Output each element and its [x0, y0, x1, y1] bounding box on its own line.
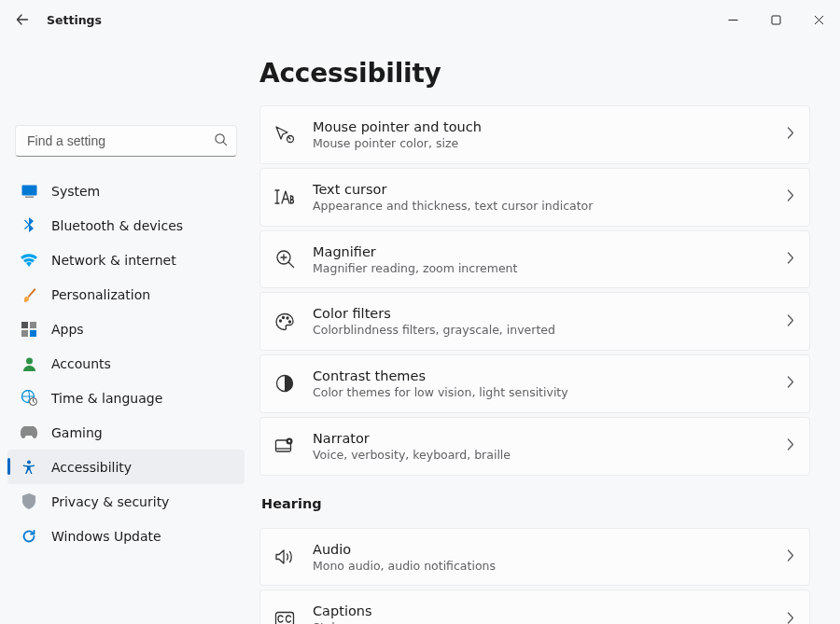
card-sub: Mono audio, audio notifications [313, 559, 787, 574]
nav-label: Accounts [51, 356, 111, 371]
hearing-group: Audio Mono audio, audio notifications Ca… [259, 528, 810, 625]
nav-accessibility[interactable]: Accessibility [7, 450, 245, 484]
maximize-icon [771, 15, 781, 25]
card-sub: Colorblindness filters, grayscale, inver… [313, 323, 787, 338]
minimize-icon [728, 15, 738, 25]
bluetooth-icon [21, 217, 37, 234]
card-title: Text cursor [313, 181, 787, 198]
svg-point-17 [289, 321, 291, 323]
titlebar: Settings [0, 0, 840, 39]
update-icon [21, 528, 37, 545]
close-icon [814, 15, 824, 25]
contrast-icon [273, 372, 296, 395]
svg-rect-3 [25, 196, 34, 198]
shield-icon [21, 493, 37, 510]
nav-list: System Bluetooth & devices Network & int… [7, 173, 245, 553]
person-icon [21, 355, 37, 372]
nav-label: Time & language [51, 391, 162, 406]
accessibility-icon [21, 459, 37, 476]
nav-label: Network & internet [51, 253, 176, 268]
svg-point-8 [26, 357, 33, 364]
nav-apps[interactable]: Apps [7, 312, 245, 346]
card-text: Narrator Voice, verbosity, keyboard, bra… [313, 430, 787, 463]
card-magnifier[interactable]: Magnifier Magnifier reading, zoom increm… [259, 230, 810, 289]
nav-system[interactable]: System [7, 173, 245, 208]
text-cursor-icon [273, 186, 296, 208]
search-input[interactable] [15, 125, 237, 157]
svg-rect-2 [21, 185, 36, 195]
maximize-button[interactable] [754, 5, 797, 35]
svg-point-1 [216, 134, 224, 143]
nav-update[interactable]: Windows Update [7, 519, 245, 553]
nav-accounts[interactable]: Accounts [7, 346, 245, 381]
card-text: Color filters Colorblindness filters, gr… [313, 305, 787, 338]
card-sub: Voice, verbosity, keyboard, braille [313, 448, 787, 463]
card-audio[interactable]: Audio Mono audio, audio notifications [259, 528, 810, 587]
audio-icon [273, 546, 296, 568]
chevron-right-icon [787, 252, 794, 267]
svg-point-21 [288, 440, 290, 442]
card-text: Captions Styles [313, 603, 787, 624]
system-icon [21, 183, 37, 200]
search-wrap [15, 125, 237, 157]
vision-group: Mouse pointer and touch Mouse pointer co… [259, 105, 810, 476]
svg-rect-0 [772, 16, 780, 24]
card-sub: Styles [313, 620, 787, 624]
nav-label: Bluetooth & devices [51, 218, 183, 233]
chevron-right-icon [787, 189, 794, 204]
nav-label: System [51, 184, 100, 199]
palette-icon [273, 311, 296, 333]
card-color-filters[interactable]: Color filters Colorblindness filters, gr… [259, 292, 810, 351]
mouse-pointer-icon [273, 123, 296, 146]
card-title: Contrast themes [313, 367, 787, 384]
chevron-right-icon [787, 549, 794, 564]
card-text: Contrast themes Color themes for low vis… [313, 367, 787, 400]
svg-rect-5 [30, 322, 36, 328]
nav-bluetooth[interactable]: Bluetooth & devices [7, 208, 245, 243]
nav-network[interactable]: Network & internet [7, 243, 245, 277]
narrator-icon [273, 435, 296, 457]
svg-point-16 [287, 317, 288, 319]
nav-gaming[interactable]: Gaming [7, 415, 245, 450]
svg-rect-6 [21, 330, 28, 337]
card-captions[interactable]: Captions Styles [259, 589, 810, 624]
card-sub: Mouse pointer color, size [313, 136, 787, 151]
card-title: Color filters [313, 305, 787, 322]
card-contrast[interactable]: Contrast themes Color themes for low vis… [259, 354, 810, 413]
card-narrator[interactable]: Narrator Voice, verbosity, keyboard, bra… [259, 417, 810, 476]
chevron-right-icon [787, 314, 794, 329]
svg-point-15 [283, 316, 285, 318]
caption-buttons [711, 5, 840, 35]
back-button[interactable] [4, 1, 41, 38]
globe-clock-icon [21, 390, 37, 407]
card-sub: Magnifier reading, zoom increment [313, 261, 787, 276]
page-title: Accessibility [259, 58, 810, 89]
chevron-right-icon [787, 127, 794, 142]
card-title: Captions [313, 603, 787, 619]
magnifier-icon [273, 248, 296, 270]
svg-rect-7 [30, 330, 36, 337]
card-mouse-pointer[interactable]: Mouse pointer and touch Mouse pointer co… [259, 105, 810, 164]
card-text: Magnifier Magnifier reading, zoom increm… [313, 243, 787, 276]
card-text: Mouse pointer and touch Mouse pointer co… [313, 118, 787, 151]
nav-time[interactable]: Time & language [7, 381, 245, 415]
svg-point-11 [27, 460, 31, 464]
nav-personalization[interactable]: Personalization [7, 277, 245, 312]
close-button[interactable] [797, 5, 840, 35]
app-title: Settings [47, 13, 102, 27]
card-title: Magnifier [313, 243, 787, 260]
search-icon [214, 132, 228, 149]
main: Accessibility Mouse pointer and touch Mo… [252, 39, 840, 624]
wifi-icon [21, 252, 37, 269]
card-title: Narrator [313, 430, 787, 447]
apps-icon [21, 321, 37, 338]
gamepad-icon [21, 424, 37, 441]
sidebar: System Bluetooth & devices Network & int… [0, 39, 252, 624]
card-text-cursor[interactable]: Text cursor Appearance and thickness, te… [259, 168, 810, 227]
arrow-left-icon [15, 12, 30, 27]
nav-label: Privacy & security [51, 494, 169, 509]
chevron-right-icon [787, 438, 794, 453]
card-text: Text cursor Appearance and thickness, te… [313, 181, 787, 214]
minimize-button[interactable] [711, 5, 754, 35]
nav-privacy[interactable]: Privacy & security [7, 484, 245, 519]
